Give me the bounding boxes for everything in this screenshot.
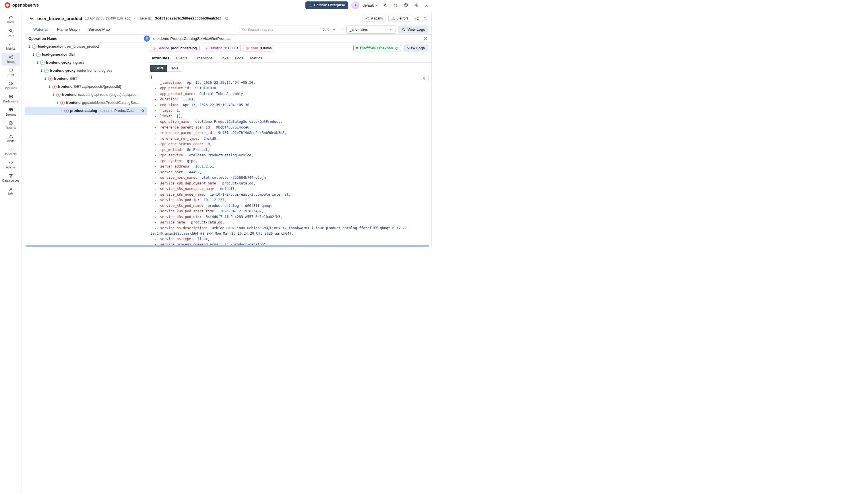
collapse-caret-icon[interactable] — [154, 81, 156, 84]
span-meta-chip: Service product-catalog — [150, 45, 200, 51]
table-format-button[interactable]: Table — [167, 65, 182, 72]
sidebar-item-iam[interactable]: IAM — [1, 185, 20, 198]
sidebar-item-reports[interactable]: Reports — [1, 119, 20, 132]
collapse-caret-icon[interactable] — [154, 98, 156, 101]
collapse-caret-icon[interactable] — [154, 104, 156, 107]
collapse-caret-icon[interactable] — [154, 120, 156, 124]
collapse-caret-icon[interactable] — [154, 176, 156, 179]
traces-icon — [8, 55, 13, 59]
next-match-button[interactable] — [339, 27, 344, 32]
help-button[interactable] — [402, 2, 409, 9]
collapse-caret-icon[interactable] — [154, 132, 156, 135]
tab-logs[interactable]: Logs — [232, 54, 246, 62]
operation-name: grpc.oteldemo.ProductCatalogSer... — [82, 101, 139, 105]
sidebar-item-pipelines[interactable]: Pipelines — [1, 79, 20, 92]
service-name: frontend-proxy — [46, 60, 72, 64]
collapse-caret-icon[interactable] — [154, 238, 156, 241]
prev-match-button[interactable] — [332, 27, 337, 32]
collapse-caret-icon[interactable] — [154, 171, 156, 174]
sidebar-item-traces[interactable]: Traces — [1, 53, 20, 66]
span-tree-row[interactable]: 1 ∿ load-generator GET — [25, 51, 147, 58]
settings-button[interactable] — [412, 2, 420, 9]
collapse-caret-icon[interactable] — [154, 210, 156, 213]
copy-trace-id-button[interactable] — [224, 16, 229, 21]
span-tree-row[interactable]: • ◈ product-catalog oteldemo.ProductCata — [25, 107, 147, 115]
collapse-caret-icon[interactable] — [154, 199, 156, 202]
sidebar-item-metrics[interactable]: Metrics — [1, 40, 20, 53]
attribute-key: end_time: — [160, 103, 179, 107]
sidebar-item-alerts[interactable]: Alerts — [1, 132, 20, 145]
sidebar-item-incidents[interactable]: Incidents — [1, 145, 20, 158]
copy-span-id-button[interactable] — [394, 46, 399, 50]
collapse-caret-icon[interactable] — [154, 227, 156, 230]
sidebar-item-data-sources[interactable]: Data sources — [1, 172, 20, 185]
org-selector[interactable]: default — [363, 3, 378, 7]
service-name: load-generator — [42, 53, 67, 57]
tab-attributes[interactable]: Attributes — [148, 54, 172, 62]
collapse-caret-icon[interactable] — [154, 143, 156, 146]
span-search-input[interactable] — [247, 27, 318, 32]
tab-flame-graph[interactable]: Flame Graph — [53, 24, 84, 34]
close-detail-button[interactable] — [423, 36, 428, 41]
collapse-caret-icon[interactable] — [154, 160, 156, 163]
sidebar-item-streams[interactable]: Streams — [1, 106, 20, 118]
copy-json-button[interactable] — [421, 75, 428, 82]
collapse-caret-icon[interactable] — [154, 115, 156, 118]
collapse-caret-icon[interactable] — [154, 216, 156, 218]
chip-label: Service — [158, 46, 169, 50]
theme-toggle-button[interactable] — [382, 2, 389, 9]
span-tree-row[interactable]: 1 ◐ frontend-proxy router frontend egres… — [25, 66, 147, 75]
tab-metrics[interactable]: Metrics — [246, 54, 265, 62]
span-tree-row[interactable]: 1 ◉ frontend GET — [25, 75, 147, 83]
attribute-key: service_name: — [160, 220, 187, 224]
collapse-caret-icon[interactable] — [154, 182, 156, 185]
collapse-caret-icon[interactable] — [154, 205, 156, 207]
span-tree-row[interactable]: 1 ◉ frontend executing api route (pages)… — [25, 91, 147, 99]
tab-service-map[interactable]: Service Map — [84, 24, 114, 34]
tab-events[interactable]: Events — [172, 54, 191, 62]
tab-exceptions[interactable]: Exceptions — [191, 54, 216, 62]
horizontal-scrollbar[interactable] — [26, 245, 429, 247]
collapse-caret-icon[interactable] — [154, 137, 156, 140]
sidebar-item-rum[interactable]: RUM — [1, 66, 20, 79]
sidebar-item-home[interactable]: Home — [1, 13, 20, 26]
apps-button[interactable] — [392, 2, 399, 9]
sidebar-item-logs[interactable]: Logs — [1, 26, 20, 39]
span-tree-row[interactable]: 1 ◐ frontend-proxy ingress — [25, 58, 147, 66]
ai-assistant-button[interactable] — [351, 1, 359, 9]
attribute-row: service_k8s_node_name: ip-10-1-2-5.us-ea… — [150, 192, 427, 198]
waterfall-panel: Operation Name 1 ∿ load-generator user_b… — [25, 35, 147, 247]
collapse-caret-icon[interactable] — [154, 221, 156, 224]
span-tree-row[interactable]: 1 ∿ load-generator user_browse_product — [25, 42, 147, 51]
attribute-list: _timestamp: Apr 13, 2026 22:35:19.494 +0… — [150, 80, 427, 247]
share-button[interactable] — [414, 16, 420, 21]
collapse-caret-icon[interactable] — [154, 93, 156, 96]
span-count: 1 — [33, 53, 35, 56]
collapse-caret-icon[interactable] — [154, 87, 156, 90]
close-trace-button[interactable] — [422, 16, 428, 21]
collapse-caret-icon[interactable] — [154, 165, 156, 168]
collapse-caret-icon[interactable] — [154, 109, 156, 112]
sidebar-item-actions[interactable]: Actions — [1, 158, 20, 171]
tab-links[interactable]: Links — [216, 54, 232, 62]
edition-badge[interactable]: Edition: Enterprise — [306, 1, 348, 9]
collapse-caret-icon[interactable] — [154, 188, 156, 190]
span-tree-row[interactable]: 1 ◉ frontend grpc.oteldemo.ProductCatalo… — [25, 99, 147, 107]
span-operation-title: oteldemo.ProductCatalogService/GetProduc… — [153, 36, 423, 41]
collapse-caret-icon[interactable] — [154, 193, 156, 196]
focus-span-button[interactable] — [141, 109, 145, 113]
json-format-button[interactable]: JSON — [150, 65, 167, 72]
span-tree-row[interactable]: 1 ◉ frontend GET /api/products/{productI… — [25, 83, 147, 91]
tab-waterfall[interactable]: Waterfall — [29, 24, 53, 34]
collapse-caret-icon[interactable] — [154, 126, 156, 129]
sidebar-item-dashboards[interactable]: Dashboards — [1, 92, 20, 105]
errors-count-label: 0 errors — [397, 16, 408, 20]
view-logs-button[interactable]: View Logs — [398, 25, 428, 34]
collapse-caret-icon[interactable] — [154, 149, 156, 151]
anomalies-select[interactable]: _anomalies — [347, 25, 396, 34]
collapse-caret-icon[interactable] — [154, 154, 156, 157]
back-button[interactable] — [29, 15, 35, 21]
span-view-logs-button[interactable]: View Logs — [403, 44, 428, 52]
attribute-row: rpc_system: grpc, — [150, 158, 427, 164]
profile-button[interactable] — [423, 2, 430, 9]
